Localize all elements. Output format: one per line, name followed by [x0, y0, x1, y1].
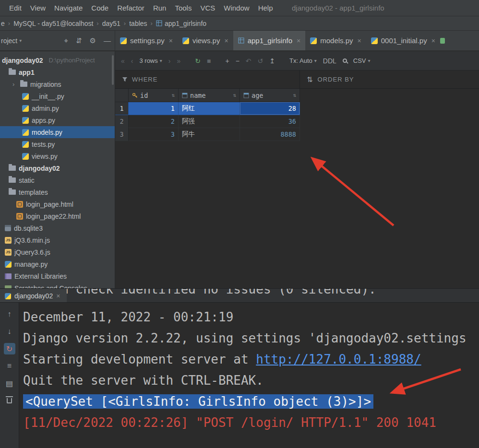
table-row[interactable]: 2 2 阿强 36: [115, 115, 479, 128]
up-stack-trace-icon[interactable]: ↑: [4, 308, 15, 320]
menu-edit[interactable]: Edit: [5, 4, 26, 12]
project-view-selector[interactable]: roject ▾: [1, 37, 22, 45]
close-icon[interactable]: ×: [297, 37, 300, 45]
tree-item-admin-py[interactable]: admin.py: [0, 102, 115, 114]
settings-gear-icon[interactable]: ⚙: [90, 36, 96, 45]
tree-item-tests-py[interactable]: tests.py: [0, 138, 115, 150]
tree-item-scratches[interactable]: Scratches and Consoles: [0, 282, 115, 288]
tree-item-static[interactable]: static: [0, 174, 115, 186]
next-page-icon[interactable]: ›: [168, 57, 171, 65]
close-icon[interactable]: ×: [431, 37, 435, 45]
tree-item-manage-py[interactable]: manage.py: [0, 258, 115, 270]
cell-name[interactable]: 阿牛: [179, 128, 240, 141]
close-icon[interactable]: ×: [169, 37, 173, 45]
transaction-mode-dropdown[interactable]: Tx: Auto ▾: [289, 57, 317, 64]
export-format-dropdown[interactable]: CSV ▾: [353, 57, 371, 64]
tree-item-models-py[interactable]: models.py: [0, 126, 115, 138]
collapse-all-icon[interactable]: ⇵: [76, 36, 82, 45]
tree-item-templates[interactable]: templates: [0, 186, 115, 198]
console-tab-djangoday02[interactable]: djangoday02 ×: [0, 289, 67, 303]
row-number[interactable]: 2: [115, 115, 129, 128]
tab-views-py[interactable]: views.py ×: [178, 31, 233, 50]
cell-age[interactable]: 36: [240, 115, 300, 128]
menu-refactor[interactable]: Refactor: [113, 4, 149, 12]
first-page-icon[interactable]: «: [121, 57, 125, 65]
row-number[interactable]: 3: [115, 128, 129, 141]
tree-item-apps-py[interactable]: apps.py: [0, 114, 115, 126]
menu-run[interactable]: Run: [149, 4, 171, 12]
reload-data-icon[interactable]: ↻: [195, 57, 201, 65]
stop-icon[interactable]: ■: [207, 57, 211, 65]
grid-corner[interactable]: [115, 89, 129, 102]
previous-page-icon[interactable]: ‹: [131, 57, 133, 65]
server-url-link[interactable]: http://127.0.0.1:8988/: [256, 352, 421, 366]
cell-id[interactable]: 2: [129, 115, 179, 128]
menu-navigate[interactable]: Navigate: [50, 4, 87, 12]
menu-view[interactable]: View: [26, 4, 50, 12]
tree-item-migrations[interactable]: › migrations: [0, 78, 115, 90]
tree-item-views-py[interactable]: views.py: [0, 150, 115, 162]
cell-id[interactable]: 1: [129, 102, 179, 115]
locate-file-icon[interactable]: ⌖: [64, 36, 68, 45]
hide-panel-icon[interactable]: —: [104, 36, 111, 45]
breadcrumb-schema[interactable]: day51: [102, 20, 120, 27]
tab-0001-initial-py[interactable]: 0001_initial.py ×: [366, 31, 440, 50]
sort-icon[interactable]: ⇅: [233, 92, 236, 98]
cell-age[interactable]: 8888: [240, 128, 300, 141]
breadcrumb-datasource[interactable]: MySQL - day51@localhost: [13, 20, 93, 27]
clear-all-icon[interactable]: [4, 395, 15, 406]
menu-help[interactable]: Help: [254, 4, 277, 12]
tree-item-login-page-html[interactable]: login_page.html: [0, 198, 115, 210]
tab-partial[interactable]: [440, 31, 446, 50]
close-icon[interactable]: ×: [358, 37, 361, 45]
cell-name[interactable]: 阿红: [179, 102, 240, 115]
tree-item-djangoday02-pkg[interactable]: djangoday02: [0, 162, 115, 174]
column-header-age[interactable]: age ⇅: [240, 89, 300, 102]
row-number[interactable]: 1: [115, 102, 129, 115]
tree-item-db-sqlite3[interactable]: db.sqlite3: [0, 222, 115, 234]
cell-id[interactable]: 3: [129, 128, 179, 141]
revert-icon[interactable]: ↺: [258, 57, 263, 65]
soft-wrap-icon[interactable]: ≡: [4, 360, 15, 372]
cell-age[interactable]: 28: [240, 102, 300, 115]
tree-item-external-libraries[interactable]: External Libraries: [0, 270, 115, 282]
close-icon[interactable]: ×: [56, 292, 60, 300]
tree-item-init-py[interactable]: __init__.py: [0, 90, 115, 102]
column-header-name[interactable]: name ⇅: [179, 89, 240, 102]
menu-vcs[interactable]: VCS: [196, 4, 219, 12]
column-header-id[interactable]: id ⇅: [129, 89, 179, 102]
page-size-dropdown[interactable]: 3 rows ▾: [139, 57, 162, 64]
search-icon[interactable]: [343, 59, 347, 63]
sort-icon[interactable]: ⇅: [171, 92, 175, 98]
tree-item-app1[interactable]: app1: [0, 66, 115, 78]
tree-item-project-root[interactable]: djangoday02 D:\pythonProject: [0, 54, 115, 66]
last-page-icon[interactable]: »: [177, 57, 180, 65]
rerun-icon[interactable]: ↻: [4, 343, 15, 354]
breadcrumb-table[interactable]: app1_girlsinfo: [156, 20, 206, 27]
sort-icon[interactable]: ⇅: [293, 92, 296, 98]
where-filter-field[interactable]: WHERE: [115, 71, 300, 88]
menu-window[interactable]: Window: [219, 4, 253, 12]
ddl-button[interactable]: DDL: [323, 57, 336, 65]
tree-item-login-page22-html[interactable]: login_page22.html: [0, 210, 115, 222]
cell-name[interactable]: 阿强: [179, 115, 240, 128]
chevron-right-icon[interactable]: ›: [12, 81, 17, 88]
submit-icon[interactable]: ↥: [269, 57, 275, 65]
tree-item-jquery36-js[interactable]: JS jQuery3.6.js: [0, 246, 115, 258]
scroll-to-end-icon[interactable]: ▤: [4, 377, 15, 389]
breadcrumb-tables[interactable]: tables: [129, 20, 147, 27]
delete-row-icon[interactable]: −: [236, 57, 240, 65]
close-icon[interactable]: ×: [224, 37, 228, 45]
undo-icon[interactable]: ↶: [246, 57, 251, 65]
table-row[interactable]: 3 3 阿牛 8888: [115, 128, 479, 141]
tree-scrollbar[interactable]: [112, 55, 114, 85]
tab-settings-py[interactable]: settings.py ×: [115, 31, 178, 50]
menu-code[interactable]: Code: [87, 4, 113, 12]
tab-app1-girlsinfo[interactable]: app1_girlsinfo ×: [233, 31, 306, 50]
down-stack-trace-icon[interactable]: ↓: [4, 326, 15, 337]
tree-item-jq36-min-js[interactable]: JS jQ3.6.min.js: [0, 234, 115, 246]
order-by-field[interactable]: ⇅ ORDER BY: [300, 71, 479, 88]
add-row-icon[interactable]: +: [225, 57, 229, 65]
tab-models-py[interactable]: models.py ×: [305, 31, 366, 50]
menu-tools[interactable]: Tools: [170, 4, 196, 12]
